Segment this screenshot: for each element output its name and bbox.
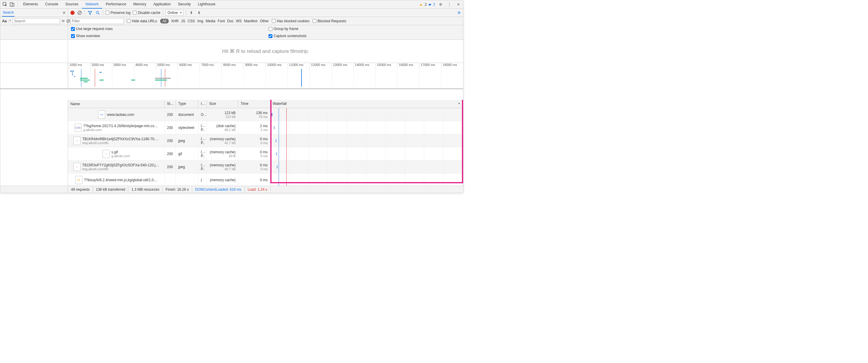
search-input[interactable] <box>12 18 60 24</box>
separator <box>163 10 163 16</box>
cell-status <box>164 174 176 186</box>
filter-media[interactable]: Media <box>206 19 215 23</box>
status-transferred: 138 kB transferred <box>93 186 129 193</box>
col-initiator[interactable]: I… <box>198 100 207 108</box>
warning-icon[interactable]: ▲ <box>419 2 423 6</box>
request-area: Name St… Type I… Size Time Waterfall▲ <>… <box>0 100 463 186</box>
table-row[interactable]: ▫ TB1KfHdmRBh1e4jSZFhXXcC9VXa-1190-70.…i… <box>68 134 463 147</box>
tab-console[interactable]: Console <box>41 0 62 9</box>
tab-performance[interactable]: Performance <box>102 0 130 9</box>
filter-all[interactable]: All <box>160 19 169 24</box>
status-items: 49 requests 138 kB transferred 1.3 MB re… <box>68 186 271 193</box>
table-row[interactable]: JS ??kissy/k/6.2.4/seed-min.js,kg/global… <box>68 174 463 186</box>
throttling-select[interactable]: Online▼ <box>165 10 184 16</box>
show-overview-checkbox[interactable]: Show overview <box>68 32 266 39</box>
cell-initiator: (…P.. <box>198 121 207 134</box>
table-row[interactable]: ▫ s.gifg.alicdn.com 200 gif (…P.. (memor… <box>68 147 463 160</box>
search-icon[interactable] <box>95 10 100 16</box>
clear-icon[interactable] <box>77 10 82 16</box>
regex-toggle[interactable]: .* <box>8 19 11 23</box>
large-rows-checkbox[interactable]: Use large request rows <box>68 25 266 32</box>
filter-xhr[interactable]: XHR <box>171 19 179 23</box>
col-waterfall[interactable]: Waterfall▲ <box>270 100 463 108</box>
blocked-requests-checkbox[interactable]: Blocked Requests <box>312 19 346 23</box>
cell-size: 123 kB122 kB <box>207 108 238 121</box>
filter-doc[interactable]: Doc <box>227 19 234 23</box>
col-type[interactable]: Type <box>176 100 198 108</box>
tab-lighthouse[interactable]: Lighthouse <box>194 0 219 9</box>
tab-sources[interactable]: Sources <box>62 0 82 9</box>
timeline-tick: 8000 ms <box>222 63 244 69</box>
match-case-toggle[interactable]: Aa <box>2 19 6 23</box>
waterfall-label: Waterfall <box>273 101 287 106</box>
refresh-icon[interactable]: ⟳ <box>62 19 65 24</box>
timeline-body[interactable]: 1000 ms2000 ms3000 ms4000 ms5000 ms6000 … <box>68 63 463 89</box>
svg-line-6 <box>98 13 99 14</box>
cell-waterfall <box>270 147 463 160</box>
preserve-log-checkbox[interactable]: Preserve log <box>105 11 130 15</box>
filter-type-pills: All XHR JS CSS Img Media Font Doc WS Man… <box>160 19 269 24</box>
timeline-bar <box>99 72 102 73</box>
tab-network[interactable]: Network <box>82 0 102 9</box>
col-name[interactable]: Name <box>68 100 164 108</box>
request-name: www.taobao.com <box>107 113 134 117</box>
network-settings-icon[interactable]: ⚙ <box>458 11 461 15</box>
waterfall-bar <box>276 152 277 155</box>
cell-name: <> www.taobao.com <box>68 108 164 121</box>
sidebar-blank <box>0 40 68 63</box>
col-size[interactable]: Size <box>207 100 238 108</box>
filter-input[interactable] <box>70 18 124 24</box>
cell-size: (memory cache)43 B <box>207 147 238 160</box>
more-icon[interactable]: ⋮ <box>446 1 453 8</box>
messages-icon[interactable]: ▰ <box>428 2 431 6</box>
table-row[interactable]: ▫ TB15R3vP7Y2gK0jSZFgXXc5OFXa-540-120.j…… <box>68 160 463 174</box>
filter-css[interactable]: CSS <box>187 19 195 23</box>
cell-size: (disk cache)48.2 kB <box>207 121 238 134</box>
search-close-icon[interactable]: ✕ <box>62 10 66 15</box>
filter-icon[interactable] <box>87 10 93 16</box>
tab-security[interactable]: Security <box>174 0 194 9</box>
blocked-requests-label: Blocked Requests <box>317 19 346 23</box>
col-status[interactable]: St… <box>164 100 176 108</box>
tab-memory[interactable]: Memory <box>130 0 150 9</box>
search-tab-label[interactable]: Search <box>2 9 14 17</box>
inspect-icon[interactable] <box>1 1 9 8</box>
timeline-tick: 15000 ms <box>375 63 397 69</box>
upload-icon[interactable]: ⬆ <box>189 10 194 16</box>
timeline-tick: 3000 ms <box>112 63 134 69</box>
cell-status: 200 <box>164 134 176 147</box>
settings-icon[interactable]: ⚙ <box>437 1 444 8</box>
filter-manifest[interactable]: Manifest <box>244 19 257 23</box>
timeline-bar <box>155 78 171 79</box>
timeline-overview[interactable]: 1000 ms2000 ms3000 ms4000 ms5000 ms6000 … <box>0 63 463 89</box>
group-frame-checkbox[interactable]: Group by frame <box>266 25 463 32</box>
record-button[interactable] <box>70 11 74 15</box>
separator <box>103 10 103 16</box>
filter-ws[interactable]: WS <box>236 19 242 23</box>
cell-name: ▫ TB1KfHdmRBh1e4jSZFhXXcC9VXa-1190-70.…i… <box>68 134 164 147</box>
blocked-cookies-checkbox[interactable]: Has blocked cookies <box>272 19 310 23</box>
filter-other[interactable]: Other <box>260 19 269 23</box>
cell-initiator: (…P.. <box>198 147 207 160</box>
cell-status: 200 <box>164 160 176 173</box>
status-dcl: DOMContentLoaded: 618 ms <box>192 186 245 193</box>
tab-application[interactable]: Application <box>150 0 174 9</box>
load-line <box>286 160 287 173</box>
device-toggle-icon[interactable] <box>9 1 16 8</box>
close-icon[interactable]: ✕ <box>455 1 462 8</box>
tab-elements[interactable]: Elements <box>20 0 41 9</box>
cell-type: jpeg <box>176 160 198 173</box>
disable-cache-checkbox[interactable]: Disable cache <box>133 11 160 15</box>
filter-img[interactable]: Img <box>197 19 203 23</box>
table-row[interactable]: CSS ??kg/home-2017/1.4.26/lib/style/page… <box>68 121 463 134</box>
timeline-bar <box>70 71 74 71</box>
download-icon[interactable]: ⬇ <box>196 10 202 16</box>
filter-js[interactable]: JS <box>181 19 185 23</box>
col-time[interactable]: Time <box>238 100 270 108</box>
cursor-marker[interactable] <box>301 69 302 87</box>
capture-screenshots-checkbox[interactable]: Capture screenshots <box>266 32 463 39</box>
hide-data-urls-checkbox[interactable]: Hide data URLs <box>127 19 157 23</box>
filter-font[interactable]: Font <box>218 19 225 23</box>
devtools-top-bar: Elements Console Sources Network Perform… <box>0 0 463 9</box>
table-row[interactable]: <> www.taobao.com 200 document O… 123 kB… <box>68 108 463 121</box>
